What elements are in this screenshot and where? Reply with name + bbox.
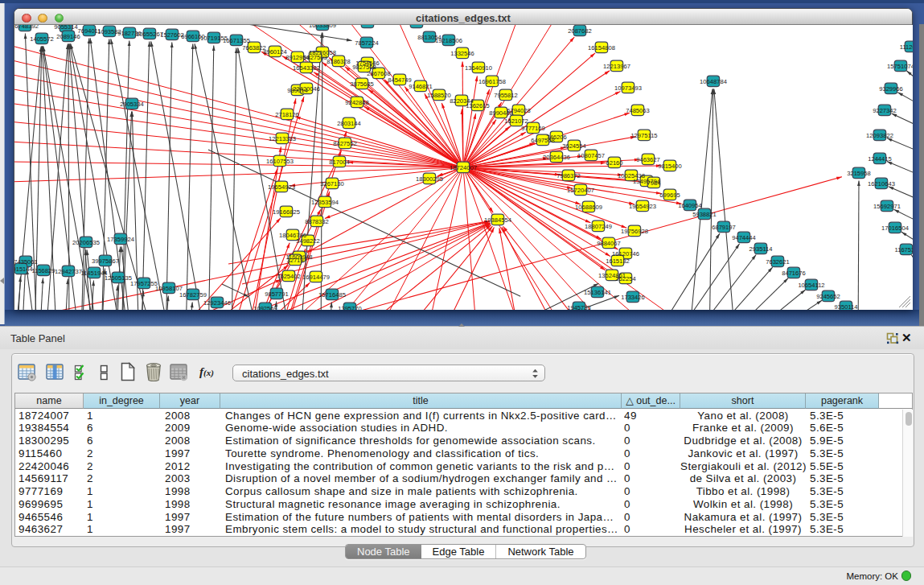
svg-text:7485063: 7485063 <box>626 107 650 114</box>
svg-text:9329966: 9329966 <box>879 85 903 93</box>
svg-text:10807457: 10807457 <box>577 152 605 159</box>
svg-text:32719: 32719 <box>286 257 303 264</box>
svg-text:9242848: 9242848 <box>345 99 369 106</box>
svg-text:3624554: 3624554 <box>562 142 586 150</box>
svg-text:10688609: 10688609 <box>575 204 602 211</box>
svg-text:8960124: 8960124 <box>263 48 287 56</box>
svg-text:1405572: 1405572 <box>30 35 54 43</box>
svg-text:20206535: 20206535 <box>72 239 100 246</box>
svg-text:9055314: 9055314 <box>54 25 78 31</box>
svg-text:10648784: 10648784 <box>700 78 727 85</box>
svg-text:9827503: 9827503 <box>303 54 327 61</box>
svg-text:19654923: 19654923 <box>268 183 295 191</box>
svg-text:16107553: 16107553 <box>266 158 294 165</box>
svg-text:1733426: 1733426 <box>621 294 645 301</box>
svg-text:16961758: 16961758 <box>478 78 506 85</box>
svg-text:9884067: 9884067 <box>597 240 621 247</box>
svg-text:3311904: 3311904 <box>405 25 429 27</box>
svg-text:18724007: 18724007 <box>450 164 477 171</box>
svg-text:2803144: 2803144 <box>337 120 361 127</box>
svg-text:15720407: 15720407 <box>567 187 594 194</box>
svg-text:6879197: 6879197 <box>712 224 736 231</box>
svg-text:19166825: 19166825 <box>273 208 300 216</box>
svg-text:16154808: 16154808 <box>588 44 615 51</box>
svg-text:252254: 252254 <box>615 275 635 282</box>
svg-text:12975115: 12975115 <box>630 132 657 139</box>
svg-text:16914479: 16914479 <box>302 274 330 281</box>
svg-text:7435061: 7435061 <box>14 258 38 266</box>
svg-text:10973493: 10973493 <box>614 84 642 92</box>
svg-text:2935114: 2935114 <box>749 245 773 253</box>
svg-text:15136141: 15136141 <box>584 289 611 296</box>
svg-text:12213383: 12213383 <box>269 135 296 142</box>
svg-text:9245652: 9245652 <box>816 293 840 300</box>
svg-text:1244415: 1244415 <box>868 155 892 163</box>
svg-text:8427552: 8427552 <box>333 140 357 147</box>
svg-text:12942737: 12942737 <box>55 268 82 275</box>
svg-text:12353594: 12353594 <box>311 199 339 206</box>
svg-text:1156829: 1156829 <box>32 267 55 274</box>
svg-text:746206: 746206 <box>546 134 566 141</box>
svg-text:16748392: 16748392 <box>14 25 39 30</box>
svg-text:16671355: 16671355 <box>223 37 250 44</box>
svg-text:15716485: 15716485 <box>318 291 346 299</box>
svg-text:1621072: 1621072 <box>504 117 528 125</box>
svg-text:3915144: 3915144 <box>14 266 33 273</box>
svg-text:12093822: 12093822 <box>866 132 893 139</box>
svg-text:12213967: 12213967 <box>603 63 630 70</box>
svg-text:10958107: 10958107 <box>155 285 183 292</box>
svg-text:2089146: 2089146 <box>56 33 80 40</box>
svg-text:15692971: 15692971 <box>873 203 901 210</box>
svg-text:19384554: 19384554 <box>484 216 511 224</box>
svg-text:3875685: 3875685 <box>350 80 374 88</box>
svg-text:9474444: 9474444 <box>732 234 756 241</box>
svg-text:1167533: 1167533 <box>895 246 914 253</box>
svg-text:8186328: 8186328 <box>326 58 351 65</box>
svg-text:16033809: 16033809 <box>309 25 336 29</box>
svg-text:9815400: 9815400 <box>658 163 682 170</box>
svg-text:19756928: 19756928 <box>621 228 648 235</box>
svg-text:16782759: 16782759 <box>179 291 207 299</box>
svg-text:17016504: 17016504 <box>881 225 909 232</box>
svg-text:8265014: 8265014 <box>355 25 380 27</box>
svg-text:9350114: 9350114 <box>835 303 858 310</box>
svg-text:7625402: 7625402 <box>277 273 301 280</box>
svg-text:9463627: 9463627 <box>636 156 660 163</box>
svg-text:16210643: 16210643 <box>868 180 895 187</box>
svg-text:1588520: 1588520 <box>427 92 451 99</box>
svg-text:8471676: 8471676 <box>782 270 806 277</box>
svg-text:16543382: 16543382 <box>293 64 320 72</box>
svg-text:12505135: 12505135 <box>105 274 132 282</box>
svg-text:16120746: 16120746 <box>612 250 639 257</box>
svg-text:7986372: 7986372 <box>556 172 581 179</box>
svg-text:18807249: 18807249 <box>585 223 612 230</box>
svg-text:1640954: 1640954 <box>678 202 702 209</box>
svg-text:3498222: 3498222 <box>296 237 320 245</box>
svg-text:3215958: 3215958 <box>847 170 871 177</box>
svg-text:817004: 817004 <box>329 159 349 166</box>
svg-text:1092569: 1092569 <box>253 305 277 310</box>
svg-text:3267130: 3267130 <box>320 180 344 187</box>
svg-text:7632621: 7632621 <box>766 258 790 266</box>
svg-text:8878332: 8878332 <box>305 218 329 225</box>
svg-text:19654923: 19654923 <box>629 203 656 210</box>
svg-text:1945733: 1945733 <box>567 304 591 310</box>
svg-text:9146821: 9146821 <box>409 83 433 90</box>
svg-text:5938821: 5938821 <box>692 211 717 218</box>
svg-text:2718126: 2718126 <box>275 111 299 118</box>
svg-text:19218506: 19218506 <box>435 37 462 44</box>
svg-text:6794028: 6794028 <box>507 107 531 114</box>
svg-text:39975867: 39975867 <box>92 257 119 265</box>
svg-text:10654112: 10654112 <box>798 282 824 289</box>
svg-text:11451944: 11451944 <box>80 270 107 277</box>
svg-text:15751074: 15751074 <box>887 63 913 70</box>
svg-text:1362615: 1362615 <box>466 102 490 109</box>
svg-text:20364436: 20364436 <box>543 154 570 161</box>
svg-text:9227342: 9227342 <box>873 107 897 114</box>
svg-text:2087682: 2087682 <box>568 27 592 35</box>
svg-text:12923446: 12923446 <box>203 299 231 307</box>
svg-text:2905334: 2905334 <box>120 101 144 108</box>
svg-text:7955812: 7955812 <box>494 92 518 99</box>
svg-text:1332546: 1332546 <box>450 50 474 57</box>
svg-text:1615132: 1615132 <box>606 257 630 265</box>
